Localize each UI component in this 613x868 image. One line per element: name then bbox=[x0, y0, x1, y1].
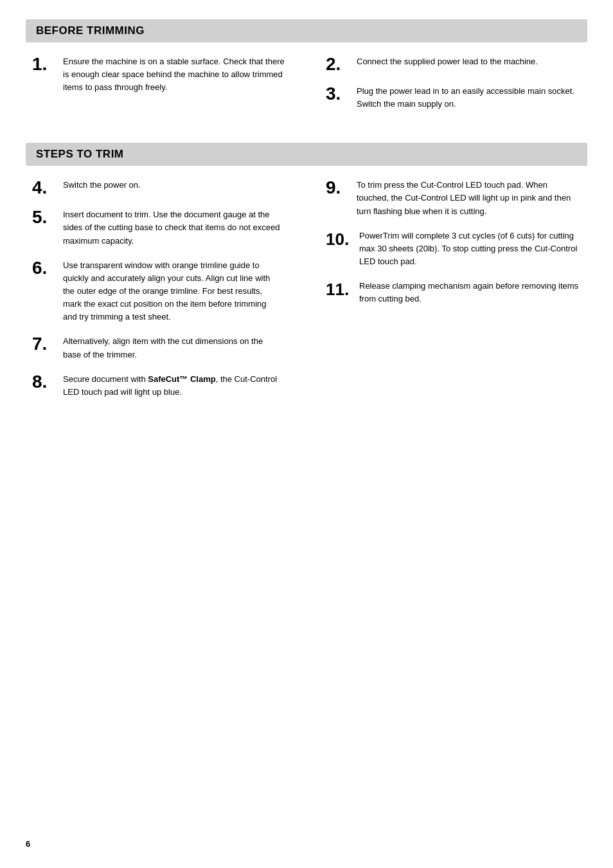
trim-step-9: 9. To trim press the Cut-Control LED tou… bbox=[326, 179, 581, 217]
trim-step-11: 11. Release clamping mechanism again bef… bbox=[326, 280, 581, 305]
before-trimming-section: BEFORE TRIMMING 1. Ensure the machine is… bbox=[26, 19, 587, 122]
before-trimming-header: BEFORE TRIMMING bbox=[26, 19, 587, 42]
safecut-bold: SafeCut™ Clamp bbox=[148, 374, 215, 384]
page-number: 6 bbox=[26, 839, 30, 849]
steps-to-trim-section: STEPS TO TRIM 4. Switch the power on. 5.… bbox=[26, 143, 587, 410]
step-number-6: 6. bbox=[32, 259, 63, 277]
step-text-10: PowerTrim will complete 3 cut cycles (of… bbox=[359, 230, 581, 268]
step-number-5: 5. bbox=[32, 208, 63, 226]
step-text-3: Plug the power lead in to an easily acce… bbox=[357, 85, 581, 111]
step-number-10: 10. bbox=[326, 230, 359, 248]
step-text-5: Insert document to trim. Use the documen… bbox=[63, 208, 281, 247]
steps-to-trim-header: STEPS TO TRIM bbox=[26, 143, 587, 166]
before-trimming-title: BEFORE TRIMMING bbox=[36, 24, 145, 37]
step-text-7: Alternatively, align item with the cut d… bbox=[63, 335, 281, 361]
steps-right-col: 9. To trim press the Cut-Control LED tou… bbox=[319, 179, 581, 410]
step-text-2: Connect the supplied power lead to the m… bbox=[357, 55, 581, 68]
step-number-9: 9. bbox=[326, 179, 357, 197]
step-text-6: Use transparent window with orange triml… bbox=[63, 259, 281, 324]
before-trimming-right: 2. Connect the supplied power lead to th… bbox=[319, 55, 581, 122]
trim-step-5: 5. Insert document to trim. Use the docu… bbox=[32, 208, 281, 247]
before-step-1: 1. Ensure the machine is on a stable sur… bbox=[32, 55, 287, 94]
step-text-4: Switch the power on. bbox=[63, 179, 281, 192]
step-text-11: Release clamping mechanism again before … bbox=[359, 280, 581, 305]
step-text-9: To trim press the Cut-Control LED touch … bbox=[357, 179, 581, 217]
trim-step-10: 10. PowerTrim will complete 3 cut cycles… bbox=[326, 230, 581, 268]
step-number-1: 1. bbox=[32, 55, 63, 73]
step-number-11: 11. bbox=[326, 280, 359, 298]
trim-step-4: 4. Switch the power on. bbox=[32, 179, 281, 197]
before-trimming-content: 1. Ensure the machine is on a stable sur… bbox=[26, 55, 587, 122]
step-number-7: 7. bbox=[32, 335, 63, 353]
step-number-8: 8. bbox=[32, 373, 63, 391]
step-number-3: 3. bbox=[326, 85, 357, 103]
before-step-2: 2. Connect the supplied power lead to th… bbox=[326, 55, 581, 73]
steps-left-col: 4. Switch the power on. 5. Insert docume… bbox=[32, 179, 294, 410]
trim-step-7: 7. Alternatively, align item with the cu… bbox=[32, 335, 281, 361]
trim-step-6: 6. Use transparent window with orange tr… bbox=[32, 259, 281, 324]
trim-step-8: 8. Secure document with SafeCut™ Clamp, … bbox=[32, 373, 281, 399]
steps-to-trim-content: 4. Switch the power on. 5. Insert docume… bbox=[26, 179, 587, 410]
step-number-2: 2. bbox=[326, 55, 357, 73]
step-text-8: Secure document with SafeCut™ Clamp, the… bbox=[63, 373, 281, 399]
step-number-4: 4. bbox=[32, 179, 63, 197]
before-trimming-left: 1. Ensure the machine is on a stable sur… bbox=[32, 55, 294, 122]
step-text-1: Ensure the machine is on a stable surfac… bbox=[63, 55, 287, 94]
steps-to-trim-title: STEPS TO TRIM bbox=[36, 148, 124, 160]
before-step-3: 3. Plug the power lead in to an easily a… bbox=[326, 85, 581, 111]
